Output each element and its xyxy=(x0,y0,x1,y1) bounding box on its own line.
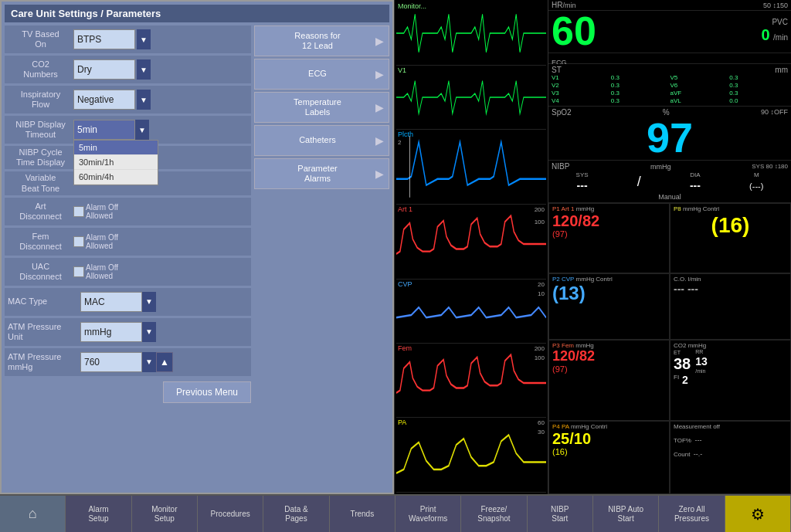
vitals-panel: HR /min 50 ↕150 60 PVC 0 /min ECG ST mm … xyxy=(548,0,791,494)
cvp-waveform-section: CVP 20 10 xyxy=(396,280,546,344)
p2-label: P2 CVP mmHg Contrl xyxy=(552,276,666,283)
tof-value: --- xyxy=(694,436,701,444)
pleth-waveform-section: Plcth 2 xyxy=(396,130,546,205)
art-disconnect-row: ArtDisconnect Alarm OffAllowed xyxy=(5,198,251,225)
art1-waveform-section: Art 1 200 100 xyxy=(396,205,546,280)
insp-flow-arrow[interactable]: ▼ xyxy=(137,90,151,110)
temp-labels-button[interactable]: TemperatureLabels ▶ xyxy=(254,92,389,123)
atm-unit-row: ATM PressureUnit mmHg ▼ xyxy=(5,318,251,346)
uac-disconnect-row: UACDisconnect Alarm OffAllowed xyxy=(5,258,251,286)
nibp-option-5min[interactable]: 5min xyxy=(74,141,158,155)
atm-mmhg-label: ATM PressuremmHg xyxy=(8,352,77,372)
nibp-auto-start-button[interactable]: NIBP AutoStart xyxy=(593,496,659,532)
ecg-settings-button[interactable]: ECG ▶ xyxy=(254,59,389,90)
spo2-range: 90 ↕OFF xyxy=(761,108,788,117)
fem-checkbox[interactable] xyxy=(73,236,84,247)
nibp-m-label: M xyxy=(749,171,763,178)
co2-dropdown[interactable]: Dry xyxy=(73,59,135,80)
atm-mmhg-up[interactable]: ▲ xyxy=(156,352,173,372)
nibp-timeout-value: 5min xyxy=(77,124,97,135)
tof-label: TOF% xyxy=(674,437,691,444)
meas-label: Measurement off xyxy=(674,423,787,430)
co2-control: Dry ▼ xyxy=(73,59,248,80)
nibp-auto-start-label: NIBP AutoStart xyxy=(608,505,643,524)
settings-gear-button[interactable]: ⚙ xyxy=(725,496,791,532)
fem-disconnect-row: FemDisconnect Alarm OffAllowed xyxy=(5,228,251,256)
catheters-button[interactable]: Catheters ▶ xyxy=(254,125,389,156)
fem-waveform-section: Fem 200 100 xyxy=(396,344,546,418)
nibp-unit: mmHg xyxy=(650,163,671,171)
nibp-timeout-control: 5min ▼ 5min 30min/1h 60min/4h xyxy=(73,120,248,140)
zero-all-pressures-button[interactable]: Zero AllPressures xyxy=(659,496,725,532)
co-cell: C.O. l/min --- --- xyxy=(670,273,791,340)
co2-arrow[interactable]: ▼ xyxy=(137,59,151,80)
fem-checkbox-label: Alarm OffAllowed xyxy=(86,233,118,250)
nibp-label: NIBP xyxy=(552,162,569,171)
fem-disconnect-control: Alarm OffAllowed xyxy=(73,233,248,250)
nibp-dia-label: DIA xyxy=(690,171,701,178)
tv-based-dropdown[interactable]: BTPS xyxy=(73,29,135,49)
nibp-timeout-arrow[interactable]: ▼ xyxy=(135,120,149,140)
mac-type-arrow[interactable]: ▼ xyxy=(142,292,156,312)
atm-unit-dropdown[interactable]: mmHg xyxy=(80,322,142,342)
reasons-12lead-label: Reasons for12 Lead xyxy=(260,31,375,51)
p4-sub: (16) xyxy=(552,447,666,456)
st-avl-val: 0.0 xyxy=(729,97,788,104)
procedures-button[interactable]: Procedures xyxy=(198,496,263,532)
alarm-setup-label: AlarmSetup xyxy=(88,505,108,524)
et-label: ET xyxy=(674,350,691,355)
insp-flow-dropdown[interactable]: Negative xyxy=(73,90,135,110)
alarm-setup-button[interactable]: AlarmSetup xyxy=(66,496,131,532)
et-value: 38 xyxy=(674,355,691,372)
prev-menu-button[interactable]: Previous Menu xyxy=(163,381,251,403)
mac-type-dropdown-wrap: MAC ▼ xyxy=(80,292,156,312)
trends-button[interactable]: Trends xyxy=(330,496,396,532)
p4-label: P4 PA mmHg Contrl xyxy=(552,423,666,430)
atm-mmhg-dropdown[interactable]: 760 xyxy=(80,352,142,372)
data-pages-button[interactable]: Data &Pages xyxy=(263,496,329,532)
rr-label: RR xyxy=(695,349,708,354)
co2-vital-label: CO2 mmHg xyxy=(674,342,787,349)
nibp-start-button[interactable]: NIBPStart xyxy=(528,496,593,532)
st-label: ST xyxy=(552,66,562,74)
ecg-waveform-label: Monitor... xyxy=(398,2,426,10)
st-v1-val: 0.3 xyxy=(611,74,670,81)
insp-flow-label: InspiratoryFlow xyxy=(8,90,73,110)
atm-unit-dropdown-wrap: mmHg ▼ xyxy=(80,322,156,342)
st-avf-val: 0.3 xyxy=(729,90,788,97)
nibp-timeout-dropdown[interactable]: 5min xyxy=(73,120,135,140)
catheters-arrow: ▶ xyxy=(375,134,384,147)
nibp-m-value: (---) xyxy=(749,181,763,191)
param-alarms-button[interactable]: ParameterAlarms ▶ xyxy=(254,158,389,189)
art-checkbox[interactable] xyxy=(73,206,84,217)
fi-value: 2 xyxy=(682,374,688,386)
nibp-option-30min[interactable]: 30min/1h xyxy=(74,155,158,170)
monitor-setup-button[interactable]: MonitorSetup xyxy=(132,496,198,532)
print-waveforms-button[interactable]: PrintWaveforms xyxy=(396,496,461,532)
freeze-snapshot-label: Freeze/Snapshot xyxy=(477,505,510,524)
p1-cell: P1 Art 1 mmHg 120/82 (97) xyxy=(548,203,670,273)
art1-waveform-svg xyxy=(396,205,546,279)
tv-based-arrow[interactable]: ▼ xyxy=(137,29,151,49)
nibp-option-60min[interactable]: 60min/4h xyxy=(74,170,158,185)
home-button[interactable]: ⌂ xyxy=(0,496,66,532)
art-disconnect-control: Alarm OffAllowed xyxy=(73,203,248,220)
cvp-waveform-svg xyxy=(396,280,546,343)
freeze-snapshot-button[interactable]: Freeze/Snapshot xyxy=(461,496,527,532)
atm-unit-arrow[interactable]: ▼ xyxy=(142,322,156,342)
atm-mmhg-arrow[interactable]: ▼ xyxy=(142,352,156,372)
uac-checkbox[interactable] xyxy=(73,266,84,277)
print-waveforms-label: PrintWaveforms xyxy=(409,505,447,524)
insp-flow-control: Negative ▼ xyxy=(73,90,248,110)
pvc-value: 0 xyxy=(762,26,770,43)
atm-mmhg-row: ATM PressuremmHg 760 ▼ ▲ xyxy=(5,348,251,376)
reasons-12lead-button[interactable]: Reasons for12 Lead ▶ xyxy=(254,25,389,56)
p1-value: 120/82 xyxy=(552,212,666,229)
meas-cell: Measurement off TOF% --- Count --.- xyxy=(670,421,791,494)
pleth-waveform-svg xyxy=(396,130,546,204)
art1-waveform-label: Art 1 xyxy=(398,205,412,213)
mac-type-dropdown[interactable]: MAC xyxy=(80,292,142,312)
cvp-waveform-label: CVP xyxy=(398,280,412,288)
st-v5-name: V5 xyxy=(670,74,729,81)
co2-label: CO2Numbers xyxy=(8,59,73,80)
